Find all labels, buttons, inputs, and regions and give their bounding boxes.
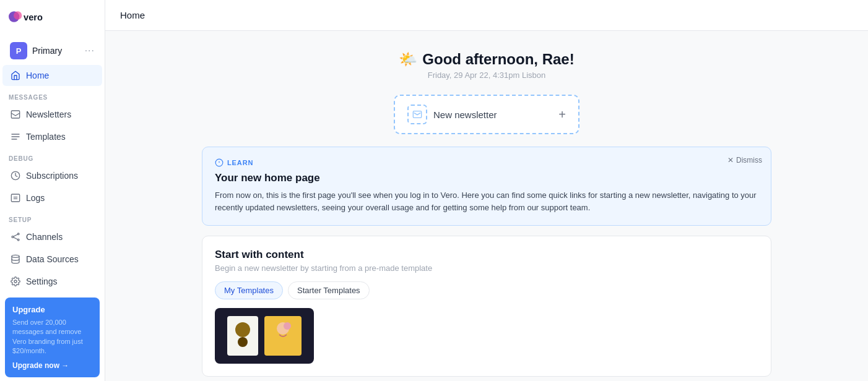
workspace-avatar: P	[10, 42, 27, 59]
sidebar-item-subscriptions-label: Subscriptions	[26, 171, 78, 181]
svg-point-29	[284, 322, 291, 330]
greeting-text: Good afternoon, Rae!	[422, 51, 574, 68]
svg-point-27	[238, 337, 248, 347]
newsletters-icon	[10, 109, 21, 120]
workspace-menu-icon: ···	[85, 45, 95, 56]
sidebar-item-home[interactable]: Home	[2, 65, 102, 86]
svg-point-26	[235, 322, 250, 337]
upgrade-description: Send over 20,000 messages and remove Ver…	[12, 318, 92, 356]
dismiss-button[interactable]: ✕ Dismiss	[727, 156, 762, 165]
svg-line-15	[14, 238, 18, 239]
learn-header: LEARN	[215, 158, 758, 167]
sidebar-item-templates[interactable]: Templates	[2, 126, 102, 147]
sidebar-item-channels[interactable]: Channels	[2, 226, 102, 247]
svg-text:vero: vero	[24, 12, 43, 22]
sidebar-item-templates-label: Templates	[26, 132, 66, 142]
greeting-subtitle: Friday, 29 Apr 22, 4:31pm Lisbon	[399, 71, 574, 80]
sidebar-item-logs-label: Logs	[26, 193, 45, 203]
svg-point-17	[14, 280, 17, 283]
svg-line-14	[14, 234, 18, 236]
sidebar-item-data-sources[interactable]: Data Sources	[2, 249, 102, 270]
learn-body: From now on, this is the first page you'…	[215, 189, 758, 214]
learn-tag: LEARN	[227, 159, 253, 166]
sidebar-item-settings-label: Settings	[26, 276, 58, 286]
greeting-section: 🌤️ Good afternoon, Rae! Friday, 29 Apr 2…	[399, 51, 574, 80]
templates-icon	[10, 131, 21, 142]
sidebar-item-settings[interactable]: Settings	[2, 271, 102, 292]
vero-logo: vero	[9, 10, 46, 27]
settings-icon	[10, 276, 21, 287]
greeting-title: 🌤️ Good afternoon, Rae!	[399, 51, 574, 68]
svg-point-16	[12, 255, 19, 257]
newsletter-icon	[407, 105, 427, 124]
dismiss-x-icon: ✕	[727, 156, 734, 165]
debug-section-label: DEBUG	[0, 148, 105, 165]
template-tabs: My Templates Starter Templates	[215, 281, 758, 299]
svg-rect-8	[11, 194, 19, 202]
sidebar-item-logs[interactable]: Logs	[2, 187, 102, 208]
sidebar-item-subscriptions[interactable]: Subscriptions	[2, 165, 102, 186]
svg-point-1	[14, 11, 22, 19]
channels-icon	[10, 231, 21, 242]
sidebar-item-newsletters-label: Newsletters	[26, 109, 71, 119]
dismiss-label: Dismiss	[736, 156, 762, 165]
sidebar-item-channels-label: Channels	[26, 232, 63, 242]
learn-info-icon	[215, 158, 224, 167]
subscriptions-icon	[10, 170, 21, 181]
learn-title: Your new home page	[215, 172, 758, 184]
start-content-title: Start with content	[215, 249, 758, 261]
new-newsletter-button[interactable]: New newsletter +	[394, 95, 579, 134]
workspace-selector[interactable]: P Primary ···	[2, 37, 102, 64]
setup-section-label: SETUP	[0, 209, 105, 226]
upgrade-title: Upgrade	[12, 305, 92, 314]
sidebar-item-home-label: Home	[26, 71, 49, 80]
logo-area: vero	[0, 0, 105, 37]
svg-rect-25	[264, 316, 302, 356]
template-preview-card[interactable]	[215, 308, 314, 364]
page-title: Home	[120, 10, 145, 20]
template-preview-image	[221, 311, 308, 361]
home-icon	[10, 70, 21, 81]
sidebar-item-newsletters[interactable]: Newsletters	[2, 104, 102, 125]
upgrade-link[interactable]: Upgrade now →	[12, 361, 92, 370]
learn-banner: ✕ Dismiss LEARN Your new home page From …	[202, 147, 771, 226]
main-content: 🌤️ Good afternoon, Rae! Friday, 29 Apr 2…	[105, 31, 868, 381]
data-sources-icon	[10, 254, 21, 265]
tab-my-templates[interactable]: My Templates	[215, 281, 283, 299]
tab-starter-templates[interactable]: Starter Templates	[288, 281, 370, 299]
greeting-emoji: 🌤️	[399, 51, 417, 68]
start-content-card: Start with content Begin a new newslette…	[202, 236, 771, 377]
svg-rect-3	[11, 111, 19, 118]
main-content-area: Home 🌤️ Good afternoon, Rae! Friday, 29 …	[105, 0, 868, 381]
sidebar-item-data-sources-label: Data Sources	[26, 254, 79, 264]
new-newsletter-label: New newsletter	[433, 109, 497, 120]
new-newsletter-plus-icon: +	[558, 108, 566, 122]
sidebar: vero P Primary ··· Home MESSAGES Newslet…	[0, 0, 105, 381]
workspace-name: Primary	[32, 46, 85, 56]
top-bar: Home	[105, 0, 868, 31]
start-content-subtitle: Begin a new newsletter by starting from …	[215, 263, 758, 273]
upgrade-box: Upgrade Send over 20,000 messages and re…	[5, 298, 100, 377]
logs-icon	[10, 192, 21, 203]
messages-section-label: MESSAGES	[0, 87, 105, 103]
new-newsletter-left: New newsletter	[407, 105, 497, 124]
